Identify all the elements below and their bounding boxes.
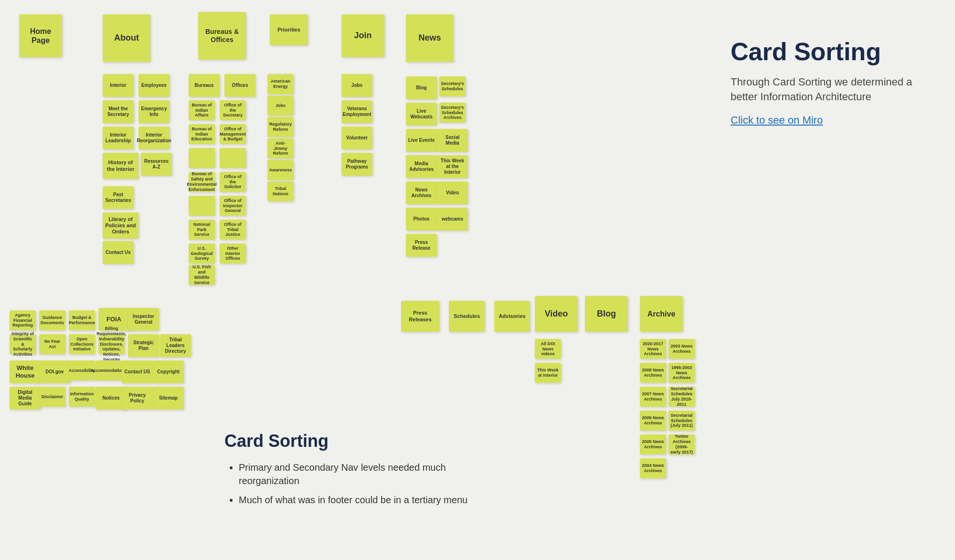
this-week-interior-sticky: This Week at Interior xyxy=(535,363,561,383)
privacy-policy-sticky: Privacy Policy xyxy=(122,387,153,410)
tribal-leaders-sticky: Tribal Leaders Directory xyxy=(160,334,191,357)
interior-sticky: Interior xyxy=(103,74,134,97)
archive-bottom-sticky: Archive xyxy=(640,296,683,332)
news-archives-sticky: News Archives xyxy=(406,181,437,204)
news-sticky: News xyxy=(406,14,454,62)
interior-reorganization-sticky: Interior Reorganization xyxy=(138,127,170,149)
nps-sticky: National Park Service xyxy=(189,220,215,240)
bureaus-sticky: Bureaus xyxy=(189,74,220,97)
past-secretaries-sticky: Past Secretaries xyxy=(103,186,134,209)
live-events-sticky: Live Events xyxy=(406,129,437,152)
sitemap-sticky: Sitemap xyxy=(153,387,184,410)
fish-wildlife-sticky: U.S. Fish and Wildlife Service xyxy=(189,265,215,285)
card-sorting-heading: Card Sorting xyxy=(224,431,487,451)
blog-bottom-sticky: Blog xyxy=(585,296,628,332)
other-offices-sticky: Other Interior Offices xyxy=(220,243,246,264)
guidance-docs-sticky: Guidance Documents xyxy=(39,310,65,330)
about-sticky: About xyxy=(103,14,150,62)
sec-schedules-2011-sticky: Secretarial Schedules (July 2011) xyxy=(668,411,695,431)
digital-media-guide-sticky: Digital Media Guide xyxy=(10,387,41,410)
live-webcasts-sticky: Live Webcasts xyxy=(406,103,437,126)
employees-sticky: Employees xyxy=(138,74,170,97)
bureau-land-sticky xyxy=(189,196,215,216)
home-page-sticky: Home Page xyxy=(19,14,62,57)
resources-az-sticky: Resources A-Z xyxy=(141,153,172,176)
bureau-indian-affairs-sticky: Bureau of Indian Affairs xyxy=(189,100,215,120)
no-fear-act-sticky: No Fear Act xyxy=(39,334,65,354)
archive-2020-sticky: 2020-2017 News Archives xyxy=(640,339,666,359)
billing-requirements-sticky: Billing Requirements, Vulnerability Disc… xyxy=(98,334,125,354)
office-tribal-sticky: Office of Tribal Justice xyxy=(220,220,246,240)
secretarys-schedules-sticky: Secretary's Schedules xyxy=(439,76,466,96)
office-mgmt-budget-sticky xyxy=(220,148,246,168)
card-sorting-subtitle: Through Card Sorting we determined a bet… xyxy=(731,75,931,105)
bullets-list: Primary and Secondary Nav levels needed … xyxy=(224,461,487,507)
copyright-sticky: Copyright xyxy=(153,360,184,383)
bureau-safety-sticky: Bureau of Safety and Environmental Enfor… xyxy=(189,172,215,192)
sec-schedules-july-sticky: Secretarial Schedules July 2018-2011 xyxy=(668,387,695,407)
schedules-bottom-sticky: Schedules xyxy=(449,301,485,332)
social-media-sticky: Social Media xyxy=(437,129,468,152)
video-bottom-sticky: Video xyxy=(535,296,578,332)
info-panel: Card Sorting Through Card Sorting we det… xyxy=(731,38,931,127)
doi-gov-sticky: DOI.gov xyxy=(39,360,70,383)
bureau-indian-education-sticky: Bureau of Indian Education xyxy=(189,124,215,144)
tribal-nations-sticky: Tribal Nations xyxy=(267,181,294,201)
office-inspector-sticky: Office of Inspector General xyxy=(220,196,246,216)
interior-leadership-sticky: Interior Leadership xyxy=(103,127,134,149)
webcams-sticky: webcams xyxy=(437,208,468,231)
photos-sticky: Photos xyxy=(406,208,437,231)
archive-2003-sticky: 2003 News Archives xyxy=(668,339,695,359)
media-advisories-sticky: Media Advisories xyxy=(406,155,437,178)
bureaus-offices-sticky: Bureaus & Offices xyxy=(198,12,246,60)
archive-2007-sticky: 2007 News Archives xyxy=(640,387,666,407)
archive-2004-sticky: 2004 News Archives xyxy=(640,458,666,478)
volunteer-sticky: Volunteer xyxy=(341,127,372,149)
inspector-general-sticky: Inspector General xyxy=(128,308,159,331)
office-management-sticky: Office of Management & Budget xyxy=(220,124,246,144)
video-sticky: Video xyxy=(437,181,468,204)
open-collections-sticky: Open Collections Initiative xyxy=(69,334,95,354)
card-sorting-title: Card Sorting xyxy=(731,38,931,65)
secretarys-archives-sticky: Secretary's Schedules Archives xyxy=(439,103,466,123)
emergency-info-sticky: Emergency Info xyxy=(138,100,170,123)
american-energy-sticky: American Energy xyxy=(267,74,294,94)
pathway-programs-sticky: Pathway Programs xyxy=(341,153,372,176)
bullet-2: Much of what was in footer could be in a… xyxy=(239,493,487,507)
press-releases-bottom-sticky: Press Releases xyxy=(401,301,439,332)
veterans-employment-sticky: Veterans Employment xyxy=(341,100,372,123)
strategic-plan-sticky: Strategic Plan xyxy=(128,334,159,357)
blog-sticky: Blog xyxy=(406,76,437,99)
awareness-sticky: Awareness xyxy=(267,160,294,180)
history-interior-sticky: History of the Interior xyxy=(103,153,138,179)
office-secretary-sticky: Office of the Secretary xyxy=(220,100,246,120)
miro-link[interactable]: Click to see on Miro xyxy=(731,114,823,126)
archive-2008-sticky: 2008 News Archives xyxy=(640,363,666,383)
archive-2006-sticky: 2006 News Archives xyxy=(640,411,666,431)
library-policies-sticky: Library of Policies and Orders xyxy=(103,212,138,239)
regulatory-reform-sticky: Regulatory Reform xyxy=(267,117,294,137)
this-week-sticky: This Week at the Interior xyxy=(437,155,468,178)
bullet-1: Primary and Secondary Nav levels needed … xyxy=(239,461,487,487)
usgs-sticky: U.S. Geological Survey xyxy=(189,243,215,264)
accommodations-sticky: Accommodations xyxy=(96,360,122,380)
white-house-sticky: White House xyxy=(10,360,41,383)
all-doi-videos-sticky: All DOI News videos xyxy=(535,339,561,359)
jobs-join-sticky: Jobs xyxy=(341,74,372,97)
join-sticky: Join xyxy=(341,14,384,57)
integrity-scientific-sticky: Integrity of Scientific & Scholarly Acti… xyxy=(10,334,36,354)
agency-financial-sticky: Agency Financial Reporting xyxy=(10,310,36,330)
disclaimer-sticky: Disclaimer xyxy=(39,387,65,407)
card-sorting-section: Card Sorting Primary and Secondary Nav l… xyxy=(224,431,487,512)
advisories-bottom-sticky: Advisories xyxy=(494,301,530,332)
priorities-sticky: Priorities xyxy=(270,14,308,45)
archive-1995-sticky: 1995-2003 News Archives xyxy=(668,363,695,383)
bureau-reclamation-sticky xyxy=(189,148,215,168)
offices-sticky: Offices xyxy=(224,74,255,97)
budget-performance-sticky: Budget & Performance xyxy=(69,310,95,330)
contact-us-sticky: Contact Us xyxy=(103,241,134,264)
archive-2005-sticky: 2005 News Archives xyxy=(640,434,666,454)
press-release-sticky: Press Release xyxy=(406,234,437,257)
contact-us-bottom-sticky: Contact US xyxy=(122,360,153,383)
twitter-archives-sticky: Twitter Archives (2009-early 2017) xyxy=(668,434,695,454)
